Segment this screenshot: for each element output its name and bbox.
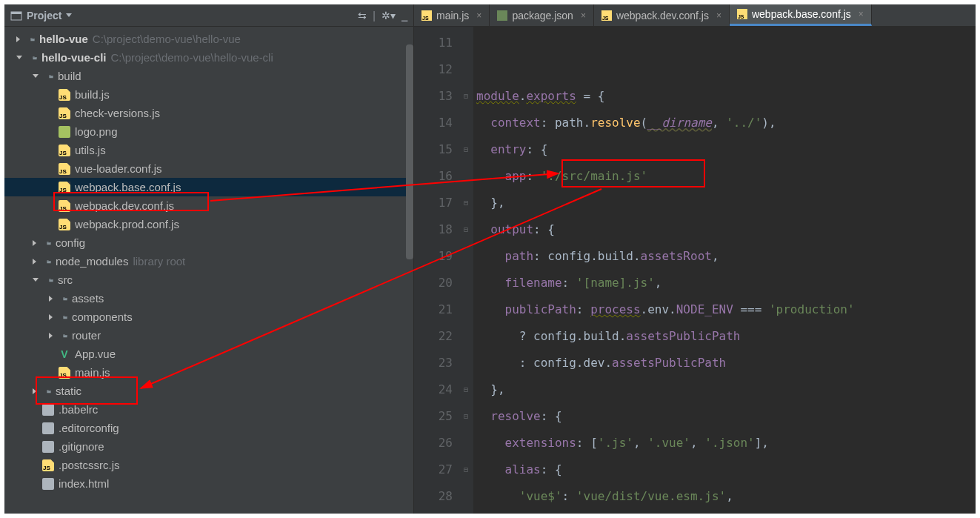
close-tab-icon[interactable]: × [581,10,586,21]
tree-item-utils-js[interactable]: utils.js [4,141,413,159]
fold-marker-icon [459,270,473,296]
tree-item-check-versions-js[interactable]: check-versions.js [4,104,413,122]
code-line[interactable]: ? config.build.assetsPublicPath [476,323,976,350]
tree-item--postcssrc-js[interactable]: .postcssrc.js [4,456,413,474]
tree-item-hello-vue-cli[interactable]: hello-vue-cliC:\project\demo-vue\hello-v… [4,48,413,67]
tree-item--editorconfig[interactable]: .editorconfig [4,419,413,437]
code-line[interactable]: filename: '[name].js', [476,270,976,296]
code-line[interactable]: alias: { [476,456,976,483]
code-editor[interactable]: 111213141516171819202122232425262728 ⊟⊟⊟… [414,27,976,514]
editor-tab-main-js[interactable]: main.js× [414,4,490,26]
code-line[interactable]: module.exports = { [476,83,976,110]
tree-item-assets[interactable]: assets [4,289,413,308]
tree-item-node-modules[interactable]: node_moduleslibrary root [4,252,413,270]
fold-marker-icon[interactable]: ⊟ [459,376,473,403]
expand-arrow-icon[interactable] [33,259,36,265]
fold-marker-icon [459,296,473,323]
code-line[interactable]: context: path.resolve(__dirname, '../'), [476,110,976,136]
editor-area: main.js×package.json×webpack.dev.conf.js… [414,4,976,514]
code-line[interactable]: }, [476,190,976,216]
code-line[interactable]: 'vue$': 'vue/dist/vue.esm.js', [476,483,976,510]
tree-item-label: hello-vue-cli [41,51,107,64]
fold-marker-icon[interactable]: ⊟ [459,136,473,163]
expand-arrow-icon[interactable] [16,36,20,42]
tree-item-build-js[interactable]: build.js [4,85,413,104]
fold-marker-icon[interactable]: ⊟ [459,216,473,243]
tree-item-vue-loader-conf-js[interactable]: vue-loader.conf.js [4,159,413,178]
fold-marker-icon [459,483,473,510]
tree-item-hello-vue[interactable]: hello-vueC:\project\demo-vue\hello-vue [4,30,413,48]
close-tab-icon[interactable]: × [859,9,864,19]
code-line[interactable]: publicPath: process.env.NODE_ENV === 'pr… [476,296,976,323]
code-line[interactable]: output: { [476,216,976,243]
settings-gear-icon[interactable]: ✲▾ [381,10,396,21]
line-number: 12 [414,56,453,83]
tree-item-webpack-dev-conf-js[interactable]: webpack.dev.conf.js [4,196,413,215]
code-line[interactable]: resolve: { [476,403,976,430]
tree-item-src[interactable]: src [4,270,413,289]
code-line[interactable] [476,30,976,56]
line-number: 28 [414,483,453,510]
line-number: 24 [414,376,453,403]
code-line[interactable]: app: './src/main.js' [476,163,976,190]
project-label[interactable]: Project [27,10,61,21]
tree-item--babelrc[interactable]: .babelrc [4,400,413,419]
tree-item-components[interactable]: components [4,308,413,326]
fold-marker-icon[interactable]: ⊟ [459,190,473,216]
tree-item-static[interactable]: static [4,382,413,400]
code-line[interactable]: : config.dev.assetsPublicPath [476,350,976,376]
vue-file-icon [59,348,70,360]
expand-arrow-icon[interactable] [33,388,36,394]
expand-arrow-icon[interactable] [49,296,53,302]
project-selector-dropdown-icon[interactable] [66,13,72,17]
editor-tab-package-json[interactable]: package.json× [490,4,594,26]
close-tab-icon[interactable]: × [476,10,481,21]
fold-marker-icon[interactable]: ⊟ [459,83,473,110]
tree-item-webpack-prod-conf-js[interactable]: webpack.prod.conf.js [4,215,413,233]
tree-item-router[interactable]: router [4,326,413,345]
tree-item-index-html[interactable]: index.html [4,474,413,493]
fold-marker-icon [459,430,473,456]
editor-tab-webpack-dev-conf-js[interactable]: webpack.dev.conf.js× [594,4,730,26]
line-number: 13 [414,83,453,110]
editor-tab-webpack-base-conf-js[interactable]: webpack.base.conf.js× [730,4,872,26]
line-number: 11 [414,30,453,56]
expand-arrow-icon[interactable] [16,56,22,59]
tree-item-build[interactable]: build [4,67,413,85]
tree-item-config[interactable]: config [4,233,413,252]
tree-item-main-js[interactable]: main.js [4,363,413,382]
project-tool-window-header: Project ⇆ | ✲▾ ⎯ [4,4,413,27]
project-tree[interactable]: hello-vueC:\project\demo-vue\hello-vuehe… [4,27,413,514]
expand-arrow-icon[interactable] [33,74,39,78]
expand-arrow-icon[interactable] [49,314,53,320]
folder-file-icon [56,311,67,323]
tree-item-logo-png[interactable]: logo.png [4,122,413,141]
collapse-all-icon[interactable]: ⇆ [358,10,367,21]
tree-item--gitignore[interactable]: .gitignore [4,437,413,456]
tree-item-webpack-base-conf-js[interactable]: webpack.base.conf.js [4,178,413,196]
editor-tabs: main.js×package.json×webpack.dev.conf.js… [414,4,976,27]
code-content[interactable]: module.exports = { context: path.resolve… [473,27,976,514]
code-line[interactable]: extensions: ['.js', '.vue', '.json'], [476,430,976,456]
tree-item-label: webpack.dev.conf.js [75,199,174,212]
code-line[interactable]: path: config.build.assetsRoot, [476,243,976,270]
fold-marker-icon[interactable]: ⊟ [459,403,473,430]
tree-item-label: build.js [75,88,110,101]
scrollbar-thumb[interactable] [406,44,413,259]
code-line[interactable]: entry: { [476,136,976,163]
fold-gutter[interactable]: ⊟⊟⊟⊟⊟⊟⊟ [459,27,473,514]
fold-marker-icon [459,243,473,270]
close-tab-icon[interactable]: × [716,10,721,21]
tree-item-label: webpack.prod.conf.js [75,218,179,230]
expand-arrow-icon[interactable] [49,333,53,339]
hide-tool-window-icon[interactable]: ⎯ [401,10,407,21]
expand-arrow-icon[interactable] [33,240,36,246]
line-number: 17 [414,190,453,216]
code-line[interactable] [476,56,976,83]
line-number: 21 [414,296,453,323]
tree-item-label: assets [72,292,104,305]
fold-marker-icon[interactable]: ⊟ [459,456,473,483]
code-line[interactable]: }, [476,376,976,403]
expand-arrow-icon[interactable] [33,278,39,282]
tree-item-app-vue[interactable]: App.vue [4,345,413,363]
